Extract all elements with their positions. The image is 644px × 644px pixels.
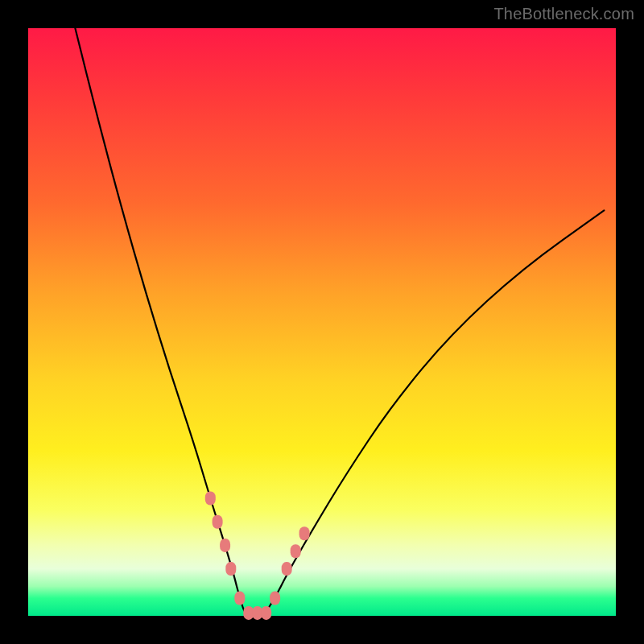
curve-marker: [299, 526, 310, 540]
curve-marker: [291, 544, 301, 558]
marker-group: [205, 492, 310, 620]
curve-marker: [270, 592, 280, 605]
curve-marker: [261, 606, 271, 620]
plot-area: [28, 28, 616, 616]
curve-marker: [225, 562, 236, 576]
watermark-text: TheBottleneck.com: [493, 5, 634, 23]
curve-marker: [213, 515, 223, 529]
curve-marker: [234, 592, 245, 605]
bottleneck-curve: [75, 28, 604, 616]
curve-marker: [282, 562, 292, 576]
curve-marker: [205, 492, 216, 506]
curve-svg: [28, 28, 616, 616]
chart-frame: TheBottleneck.com: [0, 0, 644, 644]
curve-marker: [220, 539, 230, 552]
